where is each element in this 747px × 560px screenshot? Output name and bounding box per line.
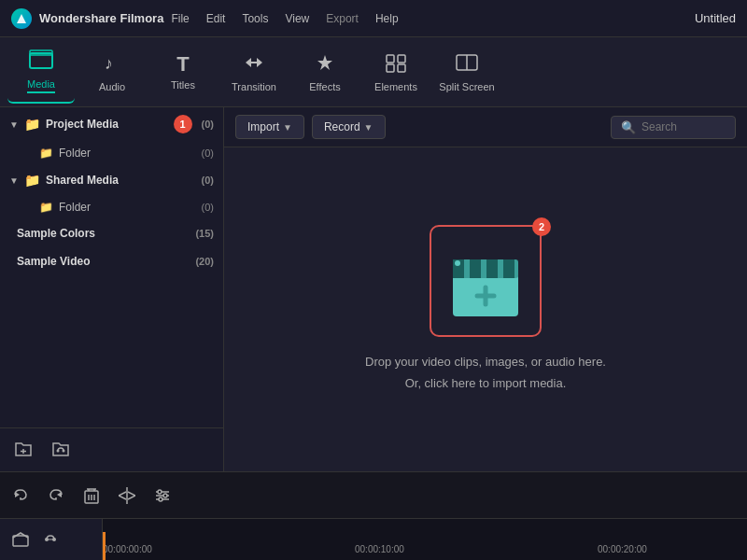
- project-folder-label: Folder: [59, 147, 196, 160]
- toolbar-btn-split-screen[interactable]: Split Screen: [433, 40, 500, 104]
- timestamp-2: 00:00:20:00: [598, 544, 647, 554]
- effects-icon: [313, 52, 337, 77]
- sample-colors-count: (15): [195, 228, 214, 239]
- expand-arrow-project: ▼: [9, 119, 19, 130]
- svg-line-37: [128, 492, 135, 496]
- main-area: ▼ 📁 Project Media 1(0) 📁 Folder (0) ▼ 📁 …: [0, 107, 747, 471]
- svg-marker-5: [317, 55, 332, 70]
- undo-button[interactable]: [7, 483, 34, 509]
- sidebar-sample-video[interactable]: Sample Video (20): [0, 247, 223, 275]
- toolbar-label-elements: Elements: [374, 81, 417, 92]
- elements-icon: [384, 52, 408, 77]
- drop-area[interactable]: 2 Drop your video clips, images, or audi…: [224, 147, 747, 471]
- svg-point-14: [57, 450, 60, 453]
- sidebar-bottom: [0, 427, 223, 471]
- menu-tools[interactable]: Tools: [242, 12, 268, 25]
- settings-button[interactable]: [149, 483, 176, 509]
- toolbar-label-transition: Transition: [232, 81, 276, 92]
- split-screen-icon: [455, 52, 479, 77]
- svg-marker-26: [57, 492, 62, 497]
- import-label: Import: [247, 120, 279, 133]
- menu-edit[interactable]: Edit: [206, 12, 226, 25]
- drop-line-1: Drop your video clips, images, or audio …: [365, 352, 606, 372]
- badge-2: 2: [532, 217, 551, 236]
- titles-icon: T: [176, 54, 189, 75]
- sidebar-spacer: [0, 275, 223, 427]
- badge-1: 1: [174, 115, 192, 133]
- timeline-ruler: 00:00:00:00 00:00:10:00 00:00:20:00 // T…: [0, 518, 747, 560]
- shared-media-count: (0): [202, 175, 214, 186]
- folder-icon-child-2: 📁: [39, 201, 53, 214]
- sample-video-count: (20): [195, 256, 214, 267]
- sample-colors-label: Sample Colors: [17, 227, 190, 240]
- sidebar-project-media[interactable]: ▼ 📁 Project Media 1(0): [0, 107, 223, 141]
- audio-icon: ♪: [101, 52, 123, 77]
- toolbar-btn-media[interactable]: Media: [7, 40, 75, 104]
- menu-help[interactable]: Help: [375, 12, 399, 25]
- svg-point-43: [163, 494, 167, 497]
- expand-arrow-shared: ▼: [9, 175, 19, 186]
- toolbar-btn-audio[interactable]: ♪ Audio: [78, 40, 146, 104]
- sidebar-project-folder[interactable]: 📁 Folder (0): [0, 141, 223, 165]
- sidebar-shared-folder[interactable]: 📁 Folder (0): [0, 195, 223, 219]
- svg-rect-20: [486, 259, 498, 278]
- timestamp-0: 00:00:00:00: [103, 544, 152, 554]
- timeline-link-button[interactable]: [37, 526, 63, 553]
- folder-icon-project: 📁: [24, 117, 40, 132]
- search-icon: 🔍: [621, 120, 636, 134]
- timestamp-1: 00:00:10:00: [355, 544, 404, 554]
- menu-export[interactable]: Export: [326, 12, 359, 25]
- search-input[interactable]: [641, 120, 726, 133]
- shared-folder-count: (0): [202, 202, 214, 213]
- project-media-label: Project Media: [46, 118, 166, 131]
- import-dropdown-arrow: ▼: [283, 122, 292, 133]
- drop-icon-wrapper: [430, 225, 542, 337]
- app-name: Wondershare Filmora: [39, 11, 163, 25]
- playhead: [103, 532, 106, 560]
- menu-file[interactable]: File: [171, 12, 189, 25]
- svg-rect-8: [387, 64, 394, 72]
- toolbar-btn-elements[interactable]: Elements: [362, 40, 430, 104]
- toolbar-label-effects: Effects: [309, 81, 340, 92]
- app-logo: [11, 8, 32, 29]
- project-folder-count: (0): [202, 147, 214, 159]
- project-media-count: (0): [202, 119, 214, 130]
- toolbar-btn-titles[interactable]: T Titles: [149, 40, 217, 104]
- redo-button[interactable]: [43, 483, 69, 509]
- toolbar-label-titles: Titles: [171, 79, 195, 91]
- timeline-left-panel: [0, 519, 103, 561]
- svg-point-22: [455, 260, 460, 266]
- toolbar-label-split-screen: Split Screen: [439, 81, 494, 92]
- svg-marker-25: [15, 492, 20, 497]
- drop-text: Drop your video clips, images, or audio …: [365, 352, 606, 393]
- clapperboard-illustration: [444, 239, 528, 323]
- window-title: Untitled: [695, 11, 736, 25]
- toolbar-label-audio: Audio: [99, 81, 125, 92]
- timeline-home-button[interactable]: [7, 526, 34, 553]
- toolbar-btn-transition[interactable]: Transition: [220, 40, 288, 104]
- sample-video-label: Sample Video: [17, 255, 190, 268]
- toolbar-btn-effects[interactable]: Effects: [291, 40, 359, 104]
- record-label: Record: [324, 120, 360, 133]
- folder-icon-child-1: 📁: [39, 147, 53, 160]
- link-folder-button[interactable]: [47, 436, 75, 464]
- split-button[interactable]: [114, 483, 140, 509]
- titlebar-left: Wondershare Filmora File Edit Tools View…: [11, 8, 399, 29]
- svg-point-15: [63, 450, 65, 453]
- menu-view[interactable]: View: [285, 12, 309, 25]
- drop-icon-container: 2: [430, 225, 542, 337]
- toolbar: Media ♪ Audio T Titles Transition Ef: [0, 37, 747, 107]
- import-button[interactable]: Import ▼: [235, 115, 304, 139]
- svg-line-36: [119, 496, 126, 499]
- sidebar-shared-media[interactable]: ▼ 📁 Shared Media (0): [0, 165, 223, 195]
- svg-line-35: [119, 492, 126, 496]
- sidebar-sample-colors[interactable]: Sample Colors (15): [0, 219, 223, 247]
- folder-icon-shared: 📁: [24, 173, 40, 188]
- add-folder-button[interactable]: [9, 436, 37, 464]
- record-dropdown-arrow: ▼: [364, 122, 374, 133]
- svg-rect-6: [387, 55, 394, 63]
- svg-point-44: [159, 497, 162, 501]
- record-button[interactable]: Record ▼: [312, 115, 386, 139]
- shared-media-label: Shared Media: [46, 174, 196, 187]
- delete-button[interactable]: [78, 483, 105, 509]
